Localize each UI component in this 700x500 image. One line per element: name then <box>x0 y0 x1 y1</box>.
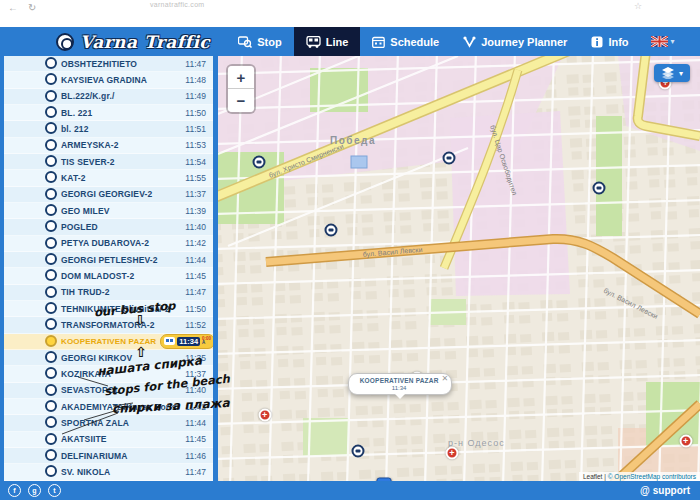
bus-glyph-icon <box>447 157 452 160</box>
stop-row[interactable]: KAYSIEVA GRADINA11:48 <box>4 72 213 88</box>
stop-marker-dot <box>45 188 57 200</box>
map-zoom-control: + − <box>228 66 254 112</box>
nav-tab-line[interactable]: Line <box>294 27 361 56</box>
nav-tab-schedule[interactable]: Schedule <box>360 27 451 56</box>
medical-cross-marker[interactable]: + <box>258 409 271 422</box>
chevron-down-icon: ▾ <box>671 37 675 46</box>
map-canvas[interactable]: Победабул. Христо Смирненскибул. Цар Осв… <box>218 56 700 481</box>
stop-row-active[interactable]: KOOPERATIVEN PAZAR11:340:00A <box>4 334 213 350</box>
nav-tab-journey-planner[interactable]: Journey Planner <box>451 27 579 56</box>
address-bar[interactable]: varnatraffic.com <box>150 1 204 8</box>
stop-name: GEORGI PETLESHEV-2 <box>61 255 158 265</box>
zoom-out-button[interactable]: − <box>228 89 254 112</box>
stop-row[interactable]: DELFINARIUMA11:46 <box>4 448 213 464</box>
stop-row[interactable]: SPORTNA ZALA11:44 <box>4 415 213 431</box>
popup-tail <box>395 394 405 399</box>
stop-row[interactable]: ARMEYSKA-211:53 <box>4 138 213 154</box>
stop-search-icon <box>238 36 252 48</box>
stop-name: GEO MILEV <box>61 206 110 216</box>
stop-row[interactable]: TIS SEVER-211:54 <box>4 154 213 170</box>
stop-row[interactable]: GEO MILEV11:39 <box>4 203 213 219</box>
map-highlighted-building <box>351 156 367 168</box>
medical-cross-marker[interactable]: + <box>445 446 458 459</box>
bus-stop-marker[interactable] <box>592 181 605 194</box>
leaflet-credit[interactable]: Leaflet <box>583 473 603 480</box>
brand[interactable]: Varna Traffic <box>56 27 210 56</box>
bus-stop-marker[interactable] <box>325 224 338 237</box>
bus-time-badge: 11:34 <box>177 337 200 346</box>
layers-button[interactable]: ▾ <box>654 64 690 82</box>
live-bus-pill[interactable]: 11:340:00A <box>160 334 215 349</box>
nav-tab-stop[interactable]: Stop <box>226 27 293 56</box>
stop-row[interactable]: GEORGI GEORGIEV-211:37 <box>4 187 213 203</box>
nav-tab-label: Stop <box>257 36 281 48</box>
stop-name: BL. 221 <box>61 108 92 118</box>
facebook-icon[interactable]: f <box>8 484 21 497</box>
stop-name: KOOPERATIVEN PAZAR <box>61 337 156 346</box>
stop-marker-dot <box>45 465 57 477</box>
nav-tab-label: Schedule <box>390 36 439 48</box>
support-link[interactable]: @ support <box>640 485 690 496</box>
nav-tab-info[interactable]: Info <box>579 27 640 56</box>
layers-icon <box>661 67 675 79</box>
stop-row[interactable]: AKADEMIYATA/Knyaz Boris/11:42 <box>4 399 213 415</box>
bus-icon <box>164 337 175 345</box>
bus-stop-marker[interactable] <box>351 445 364 458</box>
stop-marker-dot <box>45 171 57 183</box>
stop-row[interactable]: KAT-211:55 <box>4 170 213 186</box>
stop-row[interactable]: OBSHTEZHITIETO11:47 <box>4 56 213 72</box>
bus-stop-marker[interactable] <box>252 156 265 169</box>
browser-refresh-icon[interactable]: ↻ <box>28 2 36 13</box>
stop-row[interactable]: BL.222/K.gr./11:49 <box>4 89 213 105</box>
stop-row[interactable]: GEORGI PETLESHEV-211:44 <box>4 252 213 268</box>
language-selector[interactable]: ▾ <box>641 27 685 56</box>
stop-arrival-time: 11:40 <box>185 385 206 395</box>
map-label: р-н Одесос <box>448 438 505 448</box>
stop-name: SPORTNA ZALA <box>61 418 129 428</box>
stop-arrival-time: 11:44 <box>185 255 206 265</box>
stop-row[interactable]: TIH TRUD-211:47 <box>4 285 213 301</box>
stop-row[interactable]: POGLED11:40 <box>4 219 213 235</box>
nav-tab-label: Info <box>608 36 628 48</box>
bus-line-icon <box>306 36 321 48</box>
live-bus-marker[interactable] <box>377 478 392 482</box>
osm-credit[interactable]: © OpenStreetMap contributors <box>608 473 696 480</box>
stop-name: BL.222/K.gr./ <box>61 91 114 101</box>
stop-marker-dot <box>45 286 57 298</box>
stop-name: TEHNIKUMITE/Slivnitsa/-2 <box>61 304 170 314</box>
stop-name: TIH TRUD-2 <box>61 287 110 297</box>
stop-row[interactable]: SV. NIKOLA11:47 <box>4 464 213 480</box>
google-plus-icon[interactable]: g <box>28 484 41 497</box>
stop-row[interactable]: GEORGI KIRKOV11:35 <box>4 350 213 366</box>
stop-row[interactable]: TRANSFORMATORA-211:52 <box>4 317 213 333</box>
twitter-icon[interactable]: t <box>48 484 61 497</box>
varna-traffic-logo-icon <box>56 33 74 51</box>
map[interactable]: Победабул. Христо Смирненскибул. Цар Осв… <box>218 56 700 481</box>
stop-row[interactable]: TEHNIKUMITE/Slivnitsa/-211:50 <box>4 301 213 317</box>
medical-cross-marker[interactable]: + <box>679 435 692 448</box>
bus-glyph-icon <box>355 450 360 453</box>
stop-row[interactable]: KOZIRKATA11:37 <box>4 366 213 382</box>
stop-arrival-time: 11:50 <box>185 304 206 314</box>
stop-name: ARMEYSKA-2 <box>61 140 119 150</box>
bus-glyph-icon <box>596 186 601 189</box>
zoom-in-button[interactable]: + <box>228 66 254 89</box>
bookmark-star-icon[interactable]: ☆ <box>634 1 642 11</box>
bus-stop-marker[interactable] <box>443 152 456 165</box>
stop-row[interactable]: BL. 22111:50 <box>4 105 213 121</box>
stop-row[interactable]: AKATSIITE11:45 <box>4 432 213 448</box>
stop-marker-dot <box>45 269 57 281</box>
stop-marker-dot <box>45 449 57 461</box>
popup-close-icon[interactable]: ✕ <box>441 375 448 383</box>
stop-arrival-time: 11:45 <box>185 434 206 444</box>
nav-tab-label: Line <box>326 36 349 48</box>
uk-flag-icon <box>651 36 668 47</box>
stop-row[interactable]: DOM MLADOST-211:45 <box>4 268 213 284</box>
browser-back-icon[interactable]: ← <box>8 2 18 13</box>
stop-row[interactable]: SEVASTOPOL11:40 <box>4 383 213 399</box>
stop-row[interactable]: PETYA DUBAROVA-211:42 <box>4 236 213 252</box>
stop-name: SV. NIKOLA <box>61 467 110 477</box>
stop-marker-dot <box>45 302 57 314</box>
stop-marker-dot <box>45 416 57 428</box>
stop-row[interactable]: bl. 21211:51 <box>4 121 213 137</box>
